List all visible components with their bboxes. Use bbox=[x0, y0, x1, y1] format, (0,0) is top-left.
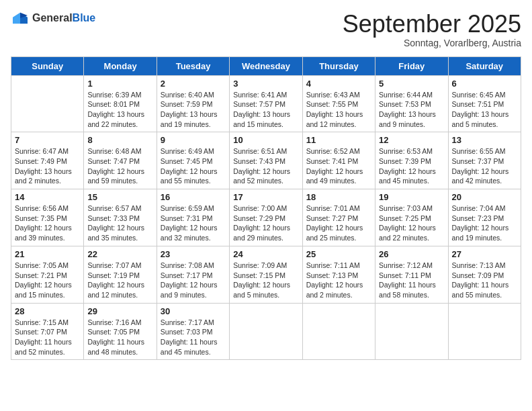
calendar-cell: 3Sunrise: 6:41 AM Sunset: 7:57 PM Daylig… bbox=[230, 75, 302, 132]
week-row-2: 7Sunrise: 6:47 AM Sunset: 7:49 PM Daylig… bbox=[11, 132, 521, 189]
day-number: 4 bbox=[306, 79, 371, 89]
day-number: 24 bbox=[233, 249, 298, 259]
day-number: 9 bbox=[161, 135, 226, 145]
day-info: Sunrise: 6:44 AM Sunset: 7:53 PM Dayligh… bbox=[379, 90, 444, 130]
day-number: 27 bbox=[452, 249, 517, 259]
weekday-header-monday: Monday bbox=[84, 56, 157, 75]
week-row-1: 1Sunrise: 6:39 AM Sunset: 8:01 PM Daylig… bbox=[11, 75, 521, 132]
weekday-header-wednesday: Wednesday bbox=[230, 56, 302, 75]
weekday-header-tuesday: Tuesday bbox=[157, 56, 229, 75]
calendar-cell bbox=[230, 303, 302, 360]
day-info: Sunrise: 7:15 AM Sunset: 7:07 PM Dayligh… bbox=[15, 318, 80, 357]
calendar-table: SundayMondayTuesdayWednesdayThursdayFrid… bbox=[11, 56, 521, 361]
day-info: Sunrise: 7:01 AM Sunset: 7:27 PM Dayligh… bbox=[306, 203, 371, 243]
logo-text-block: GeneralBlue bbox=[32, 12, 95, 24]
day-number: 13 bbox=[452, 135, 517, 145]
calendar-cell: 30Sunrise: 7:17 AM Sunset: 7:03 PM Dayli… bbox=[157, 303, 229, 360]
week-row-5: 28Sunrise: 7:15 AM Sunset: 7:07 PM Dayli… bbox=[11, 303, 521, 360]
calendar-cell: 14Sunrise: 6:56 AM Sunset: 7:35 PM Dayli… bbox=[11, 189, 84, 246]
day-info: Sunrise: 7:04 AM Sunset: 7:23 PM Dayligh… bbox=[452, 203, 517, 243]
day-number: 19 bbox=[379, 192, 444, 202]
weekday-header-thursday: Thursday bbox=[302, 56, 375, 75]
calendar-cell: 6Sunrise: 6:45 AM Sunset: 7:51 PM Daylig… bbox=[448, 75, 521, 132]
day-info: Sunrise: 7:11 AM Sunset: 7:13 PM Dayligh… bbox=[306, 261, 371, 300]
day-number: 26 bbox=[379, 249, 444, 259]
calendar-cell: 21Sunrise: 7:05 AM Sunset: 7:21 PM Dayli… bbox=[11, 246, 84, 303]
week-row-3: 14Sunrise: 6:56 AM Sunset: 7:35 PM Dayli… bbox=[11, 189, 521, 246]
calendar-cell: 2Sunrise: 6:40 AM Sunset: 7:59 PM Daylig… bbox=[157, 75, 229, 132]
day-number: 3 bbox=[233, 79, 298, 89]
calendar-cell: 26Sunrise: 7:12 AM Sunset: 7:11 PM Dayli… bbox=[375, 246, 448, 303]
day-info: Sunrise: 6:51 AM Sunset: 7:43 PM Dayligh… bbox=[233, 146, 298, 186]
day-info: Sunrise: 6:40 AM Sunset: 7:59 PM Dayligh… bbox=[161, 90, 226, 130]
logo-icon bbox=[11, 11, 30, 26]
day-info: Sunrise: 6:56 AM Sunset: 7:35 PM Dayligh… bbox=[15, 203, 80, 243]
day-info: Sunrise: 6:49 AM Sunset: 7:45 PM Dayligh… bbox=[161, 146, 226, 186]
calendar-cell: 13Sunrise: 6:55 AM Sunset: 7:37 PM Dayli… bbox=[448, 132, 521, 189]
day-number: 23 bbox=[161, 249, 226, 259]
logo-blue: Blue bbox=[73, 12, 96, 24]
day-info: Sunrise: 7:07 AM Sunset: 7:19 PM Dayligh… bbox=[87, 261, 152, 300]
calendar-cell: 25Sunrise: 7:11 AM Sunset: 7:13 PM Dayli… bbox=[302, 246, 375, 303]
calendar-cell: 11Sunrise: 6:52 AM Sunset: 7:41 PM Dayli… bbox=[302, 132, 375, 189]
day-info: Sunrise: 6:45 AM Sunset: 7:51 PM Dayligh… bbox=[452, 90, 517, 130]
weekday-header-saturday: Saturday bbox=[448, 56, 521, 75]
calendar-cell: 23Sunrise: 7:08 AM Sunset: 7:17 PM Dayli… bbox=[157, 246, 229, 303]
day-number: 20 bbox=[452, 192, 517, 202]
day-number: 2 bbox=[161, 79, 226, 89]
day-number: 12 bbox=[379, 135, 444, 145]
calendar-cell: 20Sunrise: 7:04 AM Sunset: 7:23 PM Dayli… bbox=[448, 189, 521, 246]
calendar-cell: 4Sunrise: 6:43 AM Sunset: 7:55 PM Daylig… bbox=[302, 75, 375, 132]
day-info: Sunrise: 6:47 AM Sunset: 7:49 PM Dayligh… bbox=[15, 146, 80, 186]
logo-general: General bbox=[32, 12, 73, 24]
day-number: 15 bbox=[87, 192, 152, 202]
calendar-cell bbox=[448, 303, 521, 360]
day-info: Sunrise: 6:48 AM Sunset: 7:47 PM Dayligh… bbox=[87, 146, 152, 186]
weekday-header-sunday: Sunday bbox=[11, 56, 84, 75]
week-row-4: 21Sunrise: 7:05 AM Sunset: 7:21 PM Dayli… bbox=[11, 246, 521, 303]
day-number: 29 bbox=[87, 306, 152, 316]
calendar-cell: 18Sunrise: 7:01 AM Sunset: 7:27 PM Dayli… bbox=[302, 189, 375, 246]
title-block: September 2025 Sonntag, Vorarlberg, Aust… bbox=[343, 11, 521, 48]
day-number: 25 bbox=[306, 249, 371, 259]
day-info: Sunrise: 6:53 AM Sunset: 7:39 PM Dayligh… bbox=[379, 146, 444, 186]
calendar-cell: 7Sunrise: 6:47 AM Sunset: 7:49 PM Daylig… bbox=[11, 132, 84, 189]
day-number: 21 bbox=[15, 249, 80, 259]
day-info: Sunrise: 7:16 AM Sunset: 7:05 PM Dayligh… bbox=[87, 318, 152, 357]
calendar-cell: 15Sunrise: 6:57 AM Sunset: 7:33 PM Dayli… bbox=[84, 189, 157, 246]
calendar-cell bbox=[302, 303, 375, 360]
day-info: Sunrise: 6:59 AM Sunset: 7:31 PM Dayligh… bbox=[161, 203, 226, 243]
day-info: Sunrise: 7:05 AM Sunset: 7:21 PM Dayligh… bbox=[15, 261, 80, 300]
day-info: Sunrise: 6:43 AM Sunset: 7:55 PM Dayligh… bbox=[306, 90, 371, 130]
day-info: Sunrise: 6:57 AM Sunset: 7:33 PM Dayligh… bbox=[87, 203, 152, 243]
day-info: Sunrise: 7:17 AM Sunset: 7:03 PM Dayligh… bbox=[161, 318, 226, 357]
day-number: 30 bbox=[161, 306, 226, 316]
calendar-cell: 29Sunrise: 7:16 AM Sunset: 7:05 PM Dayli… bbox=[84, 303, 157, 360]
day-number: 11 bbox=[306, 135, 371, 145]
day-number: 10 bbox=[233, 135, 298, 145]
calendar-cell: 17Sunrise: 7:00 AM Sunset: 7:29 PM Dayli… bbox=[230, 189, 302, 246]
day-number: 28 bbox=[15, 306, 80, 316]
day-number: 18 bbox=[306, 192, 371, 202]
day-number: 14 bbox=[15, 192, 80, 202]
day-number: 17 bbox=[233, 192, 298, 202]
day-number: 7 bbox=[15, 135, 80, 145]
calendar-cell: 10Sunrise: 6:51 AM Sunset: 7:43 PM Dayli… bbox=[230, 132, 302, 189]
calendar-cell: 16Sunrise: 6:59 AM Sunset: 7:31 PM Dayli… bbox=[157, 189, 229, 246]
day-number: 16 bbox=[161, 192, 226, 202]
calendar-cell bbox=[11, 75, 84, 132]
day-info: Sunrise: 7:00 AM Sunset: 7:29 PM Dayligh… bbox=[233, 203, 298, 243]
calendar-cell: 5Sunrise: 6:44 AM Sunset: 7:53 PM Daylig… bbox=[375, 75, 448, 132]
day-info: Sunrise: 6:41 AM Sunset: 7:57 PM Dayligh… bbox=[233, 90, 298, 130]
month-title: September 2025 bbox=[343, 11, 521, 38]
calendar-cell: 12Sunrise: 6:53 AM Sunset: 7:39 PM Dayli… bbox=[375, 132, 448, 189]
calendar-cell bbox=[375, 303, 448, 360]
calendar-cell: 1Sunrise: 6:39 AM Sunset: 8:01 PM Daylig… bbox=[84, 75, 157, 132]
day-info: Sunrise: 6:52 AM Sunset: 7:41 PM Dayligh… bbox=[306, 146, 371, 186]
calendar-cell: 9Sunrise: 6:49 AM Sunset: 7:45 PM Daylig… bbox=[157, 132, 229, 189]
day-info: Sunrise: 7:12 AM Sunset: 7:11 PM Dayligh… bbox=[379, 261, 444, 300]
calendar-cell: 24Sunrise: 7:09 AM Sunset: 7:15 PM Dayli… bbox=[230, 246, 302, 303]
day-number: 8 bbox=[87, 135, 152, 145]
day-number: 22 bbox=[87, 249, 152, 259]
day-info: Sunrise: 7:03 AM Sunset: 7:25 PM Dayligh… bbox=[379, 203, 444, 243]
